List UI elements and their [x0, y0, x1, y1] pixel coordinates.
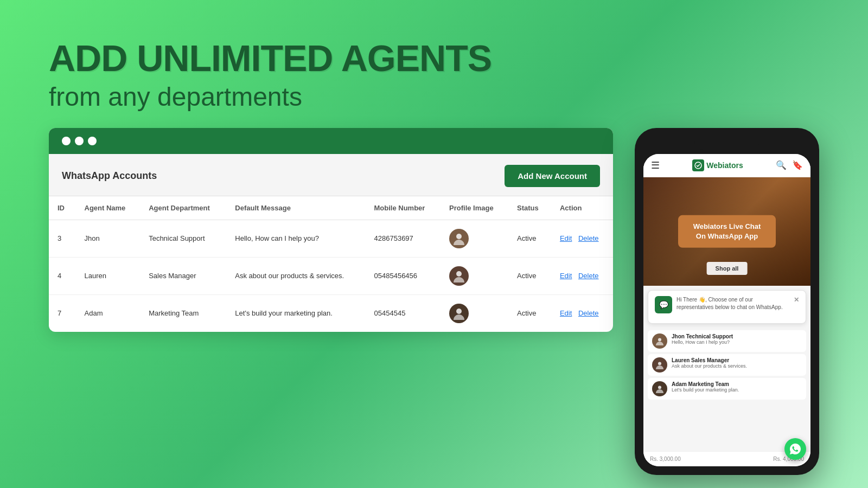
cell-status: Active	[508, 294, 551, 332]
col-status: Status	[508, 196, 551, 220]
col-id: ID	[49, 196, 76, 220]
agent-avatar	[652, 381, 667, 396]
cell-id: 4	[49, 257, 76, 294]
panel-body: WhatsApp Accounts Add New Account ID Age…	[49, 154, 613, 332]
cell-message: Hello, How can I help you?	[226, 220, 365, 257]
panel-title-row: WhatsApp Accounts Add New Account	[49, 154, 613, 196]
cell-dept: Technical Support	[140, 220, 226, 257]
cell-name: Lauren	[76, 257, 141, 294]
cell-mobile: 05454545	[366, 294, 441, 332]
hero-title: Webiators Live Chat On WhatsApp App	[678, 215, 776, 248]
cell-action: Edit Delete	[551, 294, 613, 332]
cell-status: Active	[508, 257, 551, 294]
agent-info: Adam Marketing Team Let's build your mar…	[672, 381, 802, 394]
cell-profile	[441, 294, 508, 332]
cell-action: Edit Delete	[551, 257, 613, 294]
delete-link[interactable]: Delete	[578, 234, 599, 242]
agent-name-dept: Adam Marketing Team	[672, 381, 802, 387]
chat-close-icon[interactable]: ✕	[794, 296, 799, 304]
profile-avatar	[449, 229, 469, 248]
phone-screen: ☰ Webiators 🔍 🔖	[643, 154, 810, 466]
cell-dept: Marketing Team	[140, 294, 226, 332]
chat-popup-message: Hi There 👋, Choose one of our representa…	[676, 296, 789, 311]
svg-point-1	[456, 271, 462, 277]
profile-avatar	[449, 304, 469, 323]
svg-point-0	[456, 234, 462, 239]
agent-name-dept: Lauren Sales Manager	[672, 357, 802, 363]
chat-icon: 💬	[659, 300, 668, 309]
whatsapp-fab[interactable]	[784, 438, 806, 460]
cell-status: Active	[508, 220, 551, 257]
panel-header	[49, 128, 613, 154]
svg-point-2	[456, 309, 462, 314]
agent-list-item[interactable]: Jhon Technical Support Hello, How can I …	[648, 330, 806, 352]
add-new-account-button[interactable]: Add New Account	[505, 165, 600, 187]
headline: ADD UNLIMITED AGENTS	[49, 38, 819, 79]
cell-profile	[441, 257, 508, 294]
agent-message: Let's build your marketing plan.	[672, 387, 802, 394]
phone-chat-area: 💬 Hi There 👋, Choose one of our represen…	[643, 286, 810, 451]
svg-point-6	[658, 386, 661, 389]
cell-mobile: 4286753697	[366, 220, 441, 257]
price-left: Rs. 3,000.00	[650, 456, 681, 462]
chat-popup-brand-icon: 💬	[655, 296, 672, 313]
svg-point-5	[658, 362, 661, 365]
col-agent-name: Agent Name	[76, 196, 141, 220]
edit-link[interactable]: Edit	[560, 234, 572, 242]
shop-all-button[interactable]: Shop all	[707, 262, 748, 275]
subheadline: from any departments	[49, 82, 819, 112]
phone-hero: Webiators Live Chat On WhatsApp App Shop…	[643, 177, 810, 286]
content-area: WhatsApp Accounts Add New Account ID Age…	[49, 128, 819, 475]
delete-link[interactable]: Delete	[578, 309, 599, 317]
phone-notch	[694, 137, 760, 150]
agent-list: Jhon Technical Support Hello, How can I …	[643, 328, 810, 451]
cell-message: Ask about our products & services.	[226, 257, 365, 294]
cell-id: 7	[49, 294, 76, 332]
agent-info: Jhon Technical Support Hello, How can I …	[672, 333, 802, 346]
agent-info: Lauren Sales Manager Ask about our produ…	[672, 357, 802, 370]
brand-icon	[692, 159, 704, 171]
cell-action: Edit Delete	[551, 220, 613, 257]
delete-link[interactable]: Delete	[578, 272, 599, 280]
nav-icons: 🔍 🔖	[776, 160, 803, 170]
brand-name: Webiators	[706, 161, 743, 170]
cell-id: 3	[49, 220, 76, 257]
edit-link[interactable]: Edit	[560, 309, 572, 317]
table-panel: WhatsApp Accounts Add New Account ID Age…	[49, 128, 613, 332]
edit-link[interactable]: Edit	[560, 272, 572, 280]
hamburger-icon: ☰	[651, 159, 660, 171]
accounts-table: ID Agent Name Agent Department Default M…	[49, 196, 613, 332]
svg-point-4	[658, 338, 661, 341]
bookmark-icon: 🔖	[792, 160, 803, 170]
window-dot-1	[62, 137, 71, 145]
cell-profile	[441, 220, 508, 257]
brand-logo: Webiators	[692, 159, 743, 171]
agent-avatar	[652, 357, 667, 373]
window-dot-3	[88, 137, 97, 145]
col-default-msg: Default Message	[226, 196, 365, 220]
chat-popup: 💬 Hi There 👋, Choose one of our represen…	[648, 290, 806, 324]
agent-name-dept: Jhon Technical Support	[672, 333, 802, 339]
window-dot-2	[75, 137, 84, 145]
table-row: 3 Jhon Technical Support Hello, How can …	[49, 220, 613, 257]
cell-message: Let's build your marketing plan.	[226, 294, 365, 332]
table-header-row: ID Agent Name Agent Department Default M…	[49, 196, 613, 220]
main-container: ADD UNLIMITED AGENTS from any department…	[22, 16, 846, 472]
col-mobile: Mobile Number	[366, 196, 441, 220]
agent-list-item[interactable]: Adam Marketing Team Let's build your mar…	[648, 378, 806, 400]
chat-popup-header: 💬 Hi There 👋, Choose one of our represen…	[655, 296, 799, 313]
agent-message: Ask about our products & services.	[672, 363, 802, 370]
profile-avatar	[449, 266, 469, 286]
phone-mockup: ☰ Webiators 🔍 🔖	[635, 128, 819, 475]
col-agent-dept: Agent Department	[140, 196, 226, 220]
table-row: 7 Adam Marketing Team Let's build your m…	[49, 294, 613, 332]
table-row: 4 Lauren Sales Manager Ask about our pro…	[49, 257, 613, 294]
cell-dept: Sales Manager	[140, 257, 226, 294]
phone-nav: ☰ Webiators 🔍 🔖	[643, 154, 810, 177]
agent-message: Hello, How can I help you?	[672, 339, 802, 346]
panel-title: WhatsApp Accounts	[62, 170, 157, 182]
cell-mobile: 05485456456	[366, 257, 441, 294]
agent-list-item[interactable]: Lauren Sales Manager Ask about our produ…	[648, 354, 806, 376]
agent-avatar	[652, 333, 667, 349]
cell-name: Jhon	[76, 220, 141, 257]
